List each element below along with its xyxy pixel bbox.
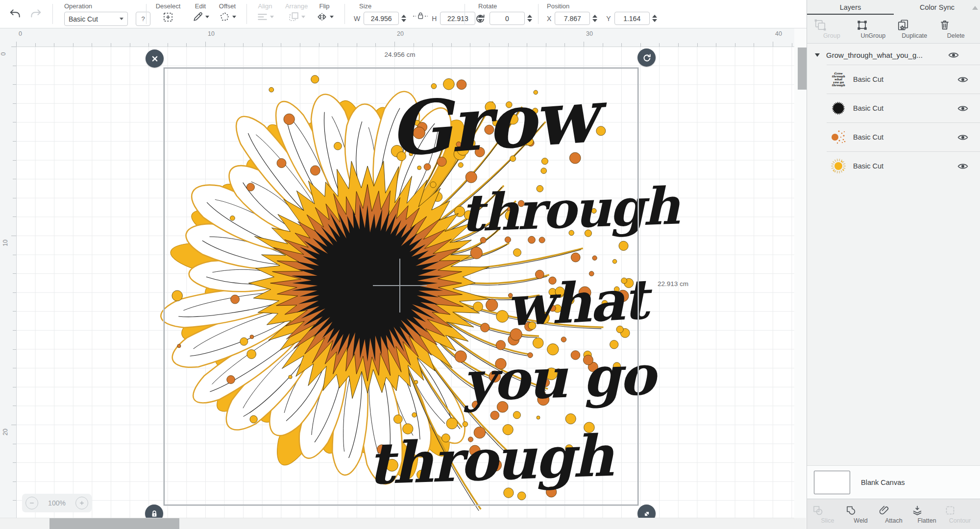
arrange-icon [288, 11, 300, 23]
height-input[interactable] [440, 12, 475, 25]
size-lock-icon[interactable] [412, 9, 429, 21]
chevron-down-icon [301, 16, 305, 18]
duplicate-button[interactable]: Duplicate [897, 19, 932, 39]
eye-icon [957, 132, 969, 144]
attach-button[interactable]: Attach [878, 505, 909, 524]
ruler-number: 0 [0, 52, 7, 56]
offset-button[interactable]: Offset [214, 0, 241, 25]
ruler-tick [603, 43, 603, 47]
y-stepper[interactable] [652, 15, 657, 22]
contour-button[interactable]: Contour [944, 505, 976, 524]
edit-button[interactable]: Edit [188, 0, 213, 25]
ungroup-button[interactable]: UnGroup [856, 19, 891, 39]
ruler-tick [92, 43, 92, 47]
help-button[interactable]: ? [136, 12, 150, 26]
weld-button[interactable]: Weld [845, 505, 877, 524]
layer-row[interactable]: Basic Cut [827, 122, 980, 151]
eye-icon[interactable] [948, 50, 960, 60]
ruler-tick [54, 43, 54, 47]
delete-icon [938, 19, 951, 31]
ruler-tick [13, 349, 16, 350]
ruler-tick [35, 43, 36, 47]
ruler-tick [205, 42, 206, 47]
position-label: Position [547, 0, 662, 10]
horizontal-scrollbar-thumb[interactable] [49, 518, 179, 529]
width-input[interactable] [364, 12, 399, 25]
ruler-tick [13, 500, 16, 501]
align-button[interactable]: Align [251, 0, 279, 25]
ruler-tick [13, 84, 16, 85]
eye-icon[interactable] [957, 161, 970, 171]
horizontal-scrollbar[interactable] [0, 518, 794, 529]
layers-list: Grow_through_what_you_g...Growthroughwha… [807, 45, 980, 180]
delete-selection-handle[interactable] [146, 49, 164, 68]
ruler-tick [13, 368, 16, 368]
blank-canvas-swatch[interactable] [814, 471, 850, 494]
eye-icon [957, 161, 969, 173]
tab-color-sync[interactable]: Color Sync [894, 0, 980, 15]
ruler-tick [678, 43, 679, 47]
zoom-in-button[interactable] [75, 497, 88, 509]
layer-row[interactable]: Growthroughwhatyou gothroughBasic Cut [827, 65, 980, 94]
ruler-tick [148, 43, 149, 47]
rotate-input[interactable] [490, 12, 525, 25]
eye-icon[interactable] [957, 103, 970, 113]
operation-label: Operation [64, 0, 150, 10]
contour-icon [944, 505, 956, 516]
flatten-button[interactable]: Flatten [911, 505, 943, 524]
layer-thumbnail-text: Growthroughwhatyou gothrough [832, 72, 845, 87]
ruler-tick [414, 43, 414, 47]
layer-row[interactable]: Basic Cut [827, 151, 980, 180]
ruler-tick [11, 236, 16, 236]
undo-button[interactable] [8, 7, 24, 22]
ruler-tick [281, 43, 281, 47]
zoom-out-button[interactable] [25, 497, 38, 509]
x-stepper[interactable] [592, 15, 597, 22]
selection-bounding-box[interactable] [164, 68, 638, 505]
tab-layers[interactable]: Layers [807, 0, 894, 15]
redo-icon [28, 8, 43, 21]
ruler-number: 30 [586, 30, 593, 37]
x-label: X [547, 15, 551, 23]
ruler-tick [13, 444, 16, 444]
ruler-number: 20 [397, 30, 404, 37]
operation-select[interactable]: Basic Cut [64, 12, 128, 26]
x-input[interactable] [555, 12, 590, 25]
rotate-selection-handle[interactable] [637, 48, 656, 67]
ruler-tick [319, 43, 319, 47]
eye-icon[interactable] [957, 132, 970, 142]
eye-icon[interactable] [957, 74, 970, 84]
close-icon [149, 53, 160, 64]
ruler-tick [13, 198, 16, 198]
layer-thumbnail-orange-dots [830, 127, 847, 147]
blank-canvas-row[interactable]: Blank Canvas [807, 465, 980, 499]
arrange-button[interactable]: Arrange [280, 0, 313, 25]
flip-icon [316, 11, 328, 23]
combine-actions: SliceWeldAttachFlattenContour [807, 499, 980, 529]
layer-row[interactable]: Basic Cut [827, 94, 980, 122]
layer-thumbnail: Growthroughwhatyou gothrough [830, 68, 847, 91]
scroll-up-icon[interactable] [972, 6, 978, 10]
ruler-tick [13, 406, 16, 406]
group-button[interactable]: Group [814, 19, 849, 39]
collapse-caret-icon[interactable] [815, 53, 820, 57]
deselect-button[interactable]: Deselect [153, 0, 183, 25]
chevron-down-icon [232, 16, 236, 18]
layer-group-header[interactable]: Grow_through_what_you_g... [807, 45, 980, 65]
chevron-down-icon [330, 16, 334, 18]
redo-button[interactable] [28, 7, 45, 22]
width-stepper[interactable] [401, 15, 406, 22]
y-input[interactable] [614, 12, 650, 25]
rotate-stepper[interactable] [527, 15, 532, 22]
delete-button[interactable]: Delete [938, 19, 974, 39]
rotate-icon[interactable] [474, 13, 486, 24]
vertical-scrollbar[interactable] [794, 28, 806, 518]
ruler-tick [716, 43, 716, 47]
zoom-level: 100% [48, 499, 66, 507]
attach-icon [878, 505, 890, 516]
slice-button[interactable]: Slice [812, 505, 843, 524]
ruler-tick [13, 216, 16, 217]
flip-button[interactable]: Flip [312, 0, 337, 25]
toolbar-divider [52, 4, 53, 24]
ruler-tick [186, 43, 187, 47]
